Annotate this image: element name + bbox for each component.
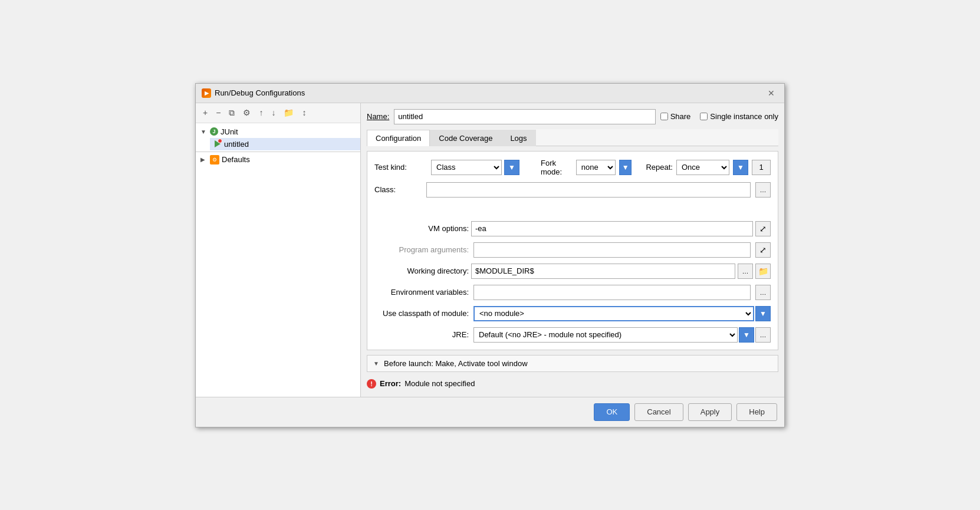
cancel-button[interactable]: Cancel	[634, 403, 683, 421]
junit-group-label: JUnit	[221, 127, 238, 136]
tree-group-defaults: ▶ ⚙ Defaults	[196, 153, 360, 166]
tree-group-junit-header[interactable]: ▼ J JUnit	[196, 126, 360, 138]
remove-config-button[interactable]: −	[212, 106, 224, 120]
fork-mode-select[interactable]: none	[576, 160, 616, 175]
classpath-dropdown-btn[interactable]: ▼	[755, 306, 771, 321]
class-row: Class: …	[374, 182, 771, 198]
test-kind-dropdown-group: Class ▼	[431, 160, 519, 175]
before-launch-chevron-icon: ▼	[373, 360, 380, 367]
tab-code-coverage[interactable]: Code Coverage	[430, 130, 501, 146]
close-button[interactable]: ✕	[764, 87, 778, 99]
vm-options-expand-btn[interactable]: ⤢	[755, 221, 771, 236]
title-bar: ▶ Run/Debug Configurations ✕	[196, 84, 784, 103]
jre-row: JRE: Default (<no JRE> - module not spec…	[374, 327, 771, 343]
working-dir-browse-btn[interactable]: …	[738, 264, 753, 279]
class-input[interactable]	[426, 182, 751, 198]
add-config-button[interactable]: +	[199, 106, 211, 120]
error-label: Error:	[380, 379, 401, 388]
single-instance-checkbox[interactable]	[700, 113, 708, 120]
name-label: Name:	[367, 112, 389, 121]
program-args-row: Program arguments: ⤢	[374, 242, 771, 258]
help-button[interactable]: Help	[736, 403, 777, 421]
untitled-item-label: untitled	[224, 140, 249, 149]
tree-area: ▼ J JUnit untitled	[196, 123, 360, 397]
move-down-button[interactable]: ↓	[268, 106, 279, 120]
run-error-icon	[215, 140, 221, 147]
fork-mode-area: Fork mode: none ▼	[541, 159, 632, 176]
junit-group-icon: J	[210, 127, 218, 136]
working-dir-row: Working directory: … 📁	[374, 264, 771, 279]
tab-logs[interactable]: Logs	[501, 130, 535, 146]
program-args-expand-btn[interactable]: ⤢	[755, 242, 771, 258]
class-browse-btn[interactable]: …	[755, 182, 771, 198]
test-kind-dropdown-btn[interactable]: ▼	[504, 160, 519, 175]
working-dir-label: Working directory:	[374, 266, 469, 275]
working-dir-input[interactable]	[471, 264, 735, 279]
before-launch-label: Before launch: Make, Activate tool windo…	[384, 359, 528, 368]
class-label: Class:	[374, 185, 422, 194]
defaults-chevron-icon: ▶	[200, 156, 208, 163]
test-kind-select[interactable]: Class	[431, 160, 502, 175]
jre-select[interactable]: Default (<no JRE> - module not specified…	[473, 327, 738, 343]
working-dir-folder-btn[interactable]: 📁	[755, 264, 771, 279]
share-label[interactable]: Share	[670, 112, 691, 121]
test-kind-row: Test kind: Class ▼ Fork mode: none ▼	[374, 159, 771, 176]
share-area: Share Single instance only	[660, 112, 778, 121]
error-badge-icon	[218, 139, 222, 143]
share-checkbox-item: Share	[660, 112, 691, 121]
folder-button[interactable]: 📁	[280, 106, 297, 120]
tree-separator	[196, 152, 360, 152]
before-launch-header[interactable]: ▼ Before launch: Make, Activate tool win…	[373, 359, 772, 368]
tab-configuration[interactable]: Configuration	[367, 130, 430, 146]
title-bar-left: ▶ Run/Debug Configurations	[202, 88, 305, 98]
vm-options-input[interactable]	[471, 221, 753, 236]
defaults-group-label: Defaults	[222, 155, 250, 164]
ok-button[interactable]: OK	[594, 403, 630, 421]
name-input[interactable]	[394, 109, 655, 124]
dialog-body: + − ⧉ ⚙ ↑ ↓ 📁 ↕ ▼ J JUnit	[196, 103, 784, 397]
program-args-label: Program arguments:	[374, 245, 469, 254]
right-panel: Name: Share Single instance only Configu…	[361, 103, 784, 397]
jre-label: JRE:	[374, 330, 469, 339]
single-instance-label[interactable]: Single instance only	[710, 112, 778, 121]
app-icon: ▶	[202, 88, 211, 98]
tree-group-defaults-header[interactable]: ▶ ⚙ Defaults	[196, 153, 360, 166]
name-row: Name: Share Single instance only	[367, 109, 778, 124]
junit-chevron-icon: ▼	[200, 129, 208, 135]
env-vars-label: Environment variables:	[374, 288, 469, 297]
share-checkbox[interactable]	[660, 113, 668, 120]
before-launch-section: ▼ Before launch: Make, Activate tool win…	[367, 355, 778, 372]
repeat-count-input[interactable]	[752, 160, 771, 175]
repeat-label: Repeat:	[646, 163, 673, 172]
apply-button[interactable]: Apply	[688, 403, 732, 421]
classpath-row: Use classpath of module: <no module> ▼	[374, 306, 771, 321]
jre-browse-btn[interactable]: …	[755, 327, 771, 343]
classpath-select[interactable]: <no module>	[473, 306, 754, 321]
vm-options-row: VM options: ⤢	[374, 221, 771, 236]
vm-options-label: VM options:	[374, 224, 469, 233]
jre-group: Default (<no JRE> - module not specified…	[473, 327, 771, 343]
env-vars-input[interactable]	[473, 285, 751, 300]
classpath-label: Use classpath of module:	[374, 309, 469, 318]
left-toolbar: + − ⧉ ⚙ ↑ ↓ 📁 ↕	[196, 103, 360, 123]
error-message: Module not specified	[405, 379, 475, 388]
run-debug-dialog: ▶ Run/Debug Configurations ✕ + − ⧉ ⚙ ↑ ↓…	[195, 83, 785, 427]
repeat-area: Repeat: Once ▼	[646, 160, 771, 175]
fork-mode-dropdown-btn[interactable]: ▼	[619, 160, 632, 175]
defaults-group-icon: ⚙	[210, 155, 219, 164]
settings-config-button[interactable]: ⚙	[239, 106, 254, 120]
repeat-select[interactable]: Once	[676, 160, 729, 175]
error-row: ! Error: Module not specified	[367, 377, 778, 391]
copy-config-button[interactable]: ⧉	[225, 106, 238, 120]
repeat-dropdown-btn[interactable]: ▼	[733, 160, 748, 175]
config-panel: Test kind: Class ▼ Fork mode: none ▼	[367, 151, 778, 350]
sort-button[interactable]: ↕	[298, 106, 310, 120]
tree-children-junit: untitled	[196, 138, 360, 150]
move-up-button[interactable]: ↑	[255, 106, 267, 120]
program-args-input[interactable]	[473, 242, 751, 258]
env-vars-row: Environment variables: …	[374, 285, 771, 300]
fork-mode-label: Fork mode:	[541, 159, 573, 176]
env-vars-browse-btn[interactable]: …	[755, 285, 771, 300]
tree-item-untitled[interactable]: untitled	[210, 138, 360, 150]
jre-dropdown-btn[interactable]: ▼	[739, 327, 754, 343]
